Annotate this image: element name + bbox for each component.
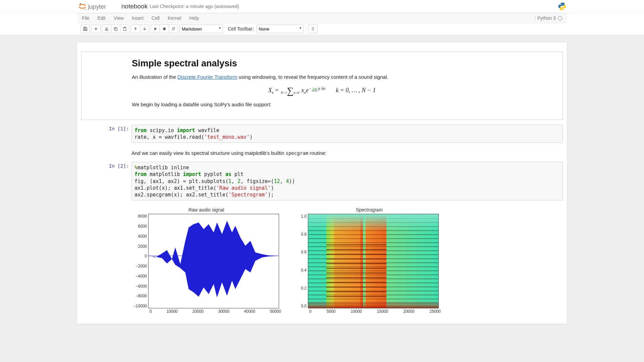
code-cell[interactable]: In [2]: %%matplotlib inlinematplotlib in…: [81, 161, 563, 202]
menu-insert[interactable]: Insert: [128, 13, 148, 23]
menu-kernel[interactable]: Kernel: [164, 13, 185, 23]
input-prompt: In [2]:: [81, 162, 131, 200]
plot-spectrogram: Spectrogram 1.00.80.60.40.20.0 050001000…: [298, 207, 441, 314]
inline-code: specgram: [286, 150, 308, 156]
output-area: Raw audio signal 80006000400020000−2000−…: [81, 204, 563, 314]
run-button[interactable]: [151, 24, 160, 33]
plot-title: Spectrogram: [298, 207, 441, 213]
markdown-rendered[interactable]: Simple spectral analysis An illustration…: [81, 51, 563, 120]
svg-rect-13: [163, 28, 166, 30]
code-input[interactable]: %%matplotlib inlinematplotlib inline fro…: [131, 162, 563, 200]
move-up-button[interactable]: [131, 24, 140, 33]
notebook-container: Simple spectral analysis An illustration…: [77, 43, 567, 324]
command-palette-button[interactable]: [308, 24, 318, 33]
svg-point-3: [560, 3, 561, 4]
python-logo-icon: [557, 2, 567, 11]
save-button[interactable]: [80, 24, 90, 33]
svg-point-4: [563, 9, 564, 9]
svg-text:jupyter: jupyter: [88, 3, 106, 10]
waveform-icon: [149, 214, 279, 308]
toolbar: Markdown Cell Toolbar: None: [77, 23, 567, 35]
plot-raw-audio: Raw audio signal 80006000400020000−2000−…: [131, 207, 281, 314]
equation: Xk = N−1∑n=0 xne−2πiN kn k = 0, … , N − …: [132, 86, 512, 96]
copy-icon: [113, 26, 118, 31]
cut-icon: [104, 26, 109, 31]
paste-button[interactable]: [120, 24, 129, 33]
dft-link[interactable]: Discrete Fourier Transform: [177, 74, 237, 80]
menubar: File Edit View Insert Cell Kernel Help P…: [77, 13, 567, 23]
stop-icon: [162, 26, 167, 31]
notebook-header: jupyter notebook Last Checkpoint: a minu…: [0, 0, 644, 13]
celltoolbar-label: Cell Toolbar:: [228, 26, 254, 32]
svg-rect-5: [84, 27, 86, 28]
move-down-button[interactable]: [140, 24, 149, 33]
markdown-cell[interactable]: Simple spectral analysis An illustration…: [81, 50, 563, 121]
x-axis: 0500010000150002000025000: [309, 308, 441, 314]
insert-cell-button[interactable]: [91, 24, 101, 33]
menu-cell[interactable]: Cell: [148, 13, 164, 23]
svg-point-7: [105, 29, 107, 31]
menu-help[interactable]: Help: [185, 13, 203, 23]
svg-rect-6: [84, 29, 86, 31]
markdown-cell[interactable]: And we can easily view its spectral stru…: [81, 146, 563, 159]
plot-title: Raw audio signal: [131, 207, 281, 213]
x-axis: 01000020000300004000050000: [150, 308, 281, 314]
svg-point-1: [85, 9, 86, 10]
page-title: Simple spectral analysis: [132, 58, 512, 69]
y-axis: 80006000400020000−2000−4000−6000−8000−10…: [131, 214, 148, 308]
checkpoint-status: Last Checkpoint: a minute ago (autosaved…: [150, 4, 239, 9]
code-input[interactable]: from scipy.io import wavfile rate, x = w…: [131, 125, 563, 143]
menu-file[interactable]: File: [77, 13, 94, 23]
copy-button[interactable]: [111, 24, 120, 33]
list-icon: [311, 26, 315, 31]
restart-icon: [171, 26, 176, 31]
play-icon: [153, 26, 158, 31]
md-paragraph: An illustration of the Discrete Fourier …: [132, 73, 512, 81]
markdown-rendered[interactable]: And we can easily view its spectral stru…: [81, 147, 563, 157]
code-cell[interactable]: In [1]: from scipy.io import wavfile rat…: [81, 123, 563, 144]
jupyter-logo: jupyter: [77, 2, 117, 11]
save-icon: [83, 26, 88, 31]
y-axis: 1.00.80.60.40.20.0: [298, 214, 308, 308]
menubar-container: File Edit View Insert Cell Kernel Help P…: [0, 13, 644, 35]
input-prompt: In [1]:: [81, 125, 131, 143]
paste-icon: [122, 26, 127, 31]
menu-view[interactable]: View: [110, 13, 128, 23]
celltype-select[interactable]: Markdown: [179, 24, 223, 33]
notebook-name[interactable]: notebook: [121, 3, 148, 10]
svg-rect-10: [115, 28, 117, 31]
kernel-indicator: Python 3: [535, 15, 567, 21]
restart-button[interactable]: [169, 24, 178, 33]
interrupt-button[interactable]: [160, 24, 169, 33]
md-paragraph: We begin by loading a datafile using Sci…: [132, 101, 512, 108]
arrow-down-icon: [142, 26, 147, 31]
svg-point-8: [107, 29, 108, 31]
plus-icon: [94, 26, 98, 31]
kernel-idle-icon: [558, 16, 562, 20]
arrow-up-icon: [133, 26, 138, 31]
menu-edit[interactable]: Edit: [94, 13, 110, 23]
celltoolbar-select[interactable]: None: [257, 24, 304, 33]
kernel-name: Python 3: [537, 15, 556, 21]
cut-button[interactable]: [102, 24, 111, 33]
spectrogram-image: [308, 214, 438, 308]
